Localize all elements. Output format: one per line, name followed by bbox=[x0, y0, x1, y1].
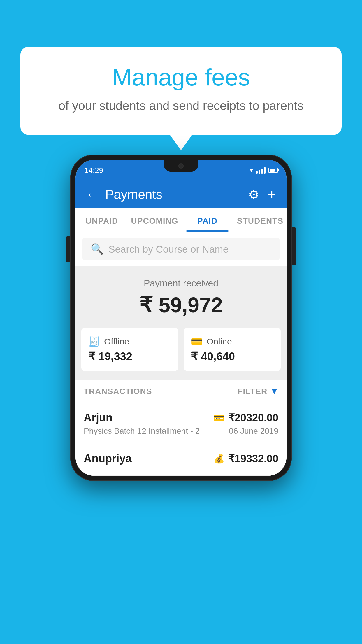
signal-bars bbox=[256, 167, 266, 174]
page-title: Payments bbox=[105, 187, 162, 202]
online-card-top: 💳 Online bbox=[191, 336, 274, 347]
transaction-date-1: 06 June 2019 bbox=[229, 426, 278, 436]
back-button[interactable]: ← bbox=[86, 188, 98, 201]
wifi-icon: ▾ bbox=[250, 167, 253, 174]
battery-icon bbox=[268, 168, 278, 173]
search-box[interactable]: 🔍 Search by Course or Name bbox=[82, 238, 280, 260]
header-left: ← Payments bbox=[86, 187, 162, 202]
payment-type-icon-2: 💰 bbox=[214, 454, 224, 464]
transaction-bottom-1: Physics Batch 12 Installment - 2 06 June… bbox=[84, 426, 278, 436]
payment-received-section: Payment received ₹ 59,972 bbox=[75, 266, 287, 328]
payment-received-amount: ₹ 59,972 bbox=[81, 293, 281, 317]
filter-section[interactable]: FILTER ▼ bbox=[238, 387, 278, 396]
bubble-subtitle: of your students and send receipts to pa… bbox=[44, 97, 318, 115]
online-label: Online bbox=[207, 337, 232, 346]
app-header: ← Payments ⚙ + bbox=[75, 181, 287, 208]
online-amount: ₹ 40,640 bbox=[191, 350, 274, 363]
phone-screen: 14:29 ▾ bbox=[75, 160, 287, 476]
speech-bubble-section: Manage fees of your students and send re… bbox=[20, 47, 342, 135]
transaction-right-1: 💳 ₹20320.00 bbox=[214, 412, 278, 424]
transactions-label: TRANSACTIONS bbox=[84, 387, 152, 396]
transaction-row-arjun[interactable]: Arjun 💳 ₹20320.00 Physics Batch 12 Insta… bbox=[75, 403, 287, 444]
offline-icon: 🧾 bbox=[88, 336, 100, 347]
offline-amount: ₹ 19,332 bbox=[88, 350, 171, 363]
offline-card-top: 🧾 Offline bbox=[88, 336, 171, 347]
camera-dot bbox=[178, 163, 184, 169]
settings-icon[interactable]: ⚙ bbox=[248, 188, 259, 202]
search-input[interactable]: Search by Course or Name bbox=[108, 244, 229, 255]
payment-received-label: Payment received bbox=[81, 278, 281, 289]
online-icon: 💳 bbox=[191, 336, 203, 347]
transaction-amount-2: ₹19332.00 bbox=[228, 453, 278, 465]
tab-upcoming[interactable]: UPCOMING bbox=[128, 208, 181, 232]
transaction-top-2: Anupriya 💰 ₹19332.00 bbox=[84, 452, 278, 465]
tabs-bar: UNPAID UPCOMING PAID STUDENTS bbox=[75, 208, 287, 232]
header-right: ⚙ + bbox=[248, 187, 276, 202]
payment-cards-row: 🧾 Offline ₹ 19,332 💳 Online ₹ 40,640 bbox=[75, 328, 287, 380]
bubble-title: Manage fees bbox=[44, 64, 318, 90]
transaction-right-2: 💰 ₹19332.00 bbox=[214, 453, 278, 465]
transaction-amount-1: ₹20320.00 bbox=[228, 412, 278, 424]
status-time: 14:29 bbox=[84, 166, 103, 175]
tab-paid[interactable]: PAID bbox=[181, 208, 234, 232]
tab-students[interactable]: STUDENTS bbox=[234, 208, 287, 232]
filter-label: FILTER bbox=[238, 387, 267, 396]
search-icon: 🔍 bbox=[91, 243, 104, 255]
search-container: 🔍 Search by Course or Name bbox=[75, 232, 287, 266]
online-card: 💳 Online ₹ 40,640 bbox=[184, 328, 281, 371]
transactions-header: TRANSACTIONS FILTER ▼ bbox=[75, 380, 287, 403]
add-button[interactable]: + bbox=[268, 187, 276, 202]
filter-icon: ▼ bbox=[270, 387, 278, 396]
transaction-row-anupriya[interactable]: Anupriya 💰 ₹19332.00 bbox=[75, 444, 287, 476]
status-icons: ▾ bbox=[250, 167, 278, 174]
transaction-top-1: Arjun 💳 ₹20320.00 bbox=[84, 412, 278, 424]
notch bbox=[164, 160, 198, 172]
phone-outer: 14:29 ▾ bbox=[70, 155, 292, 481]
transaction-name-1: Arjun bbox=[84, 412, 113, 424]
transaction-detail-1: Physics Batch 12 Installment - 2 bbox=[84, 426, 200, 436]
offline-card: 🧾 Offline ₹ 19,332 bbox=[81, 328, 178, 371]
speech-bubble: Manage fees of your students and send re… bbox=[20, 47, 342, 135]
payment-type-icon-1: 💳 bbox=[214, 413, 224, 423]
status-bar: 14:29 ▾ bbox=[75, 160, 287, 181]
offline-label: Offline bbox=[104, 337, 129, 346]
phone-device: 14:29 ▾ bbox=[70, 155, 292, 481]
transaction-name-2: Anupriya bbox=[84, 452, 132, 465]
tab-unpaid[interactable]: UNPAID bbox=[75, 208, 128, 232]
